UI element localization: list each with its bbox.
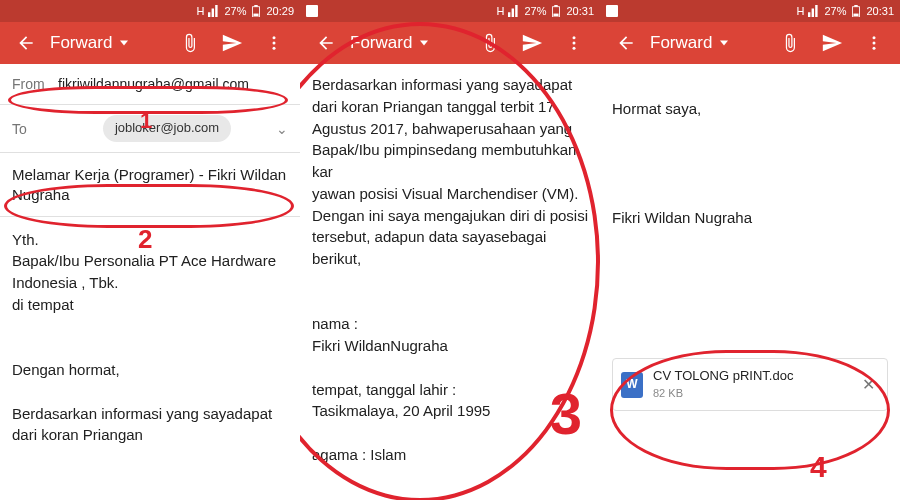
app-bar: Forward: [600, 22, 900, 64]
from-row[interactable]: From fikriwildannugraha@gmail.com: [0, 64, 300, 105]
battery-icon: [550, 5, 562, 17]
battery-text: 27%: [824, 5, 846, 17]
arrow-left-icon: [316, 33, 336, 53]
send-button[interactable]: [814, 25, 850, 61]
arrow-left-icon: [16, 33, 36, 53]
signal-icon: [508, 5, 520, 17]
doc-icon: W: [621, 372, 643, 398]
compose-content: Berdasarkan informasi yang sayadapat dar…: [300, 64, 600, 466]
status-bar: H 27% 20:29: [0, 0, 300, 22]
send-button[interactable]: [514, 25, 550, 61]
more-vert-icon: [865, 34, 883, 52]
status-bar: H 27% 20:31: [600, 0, 900, 22]
svg-rect-16: [854, 14, 859, 17]
svg-rect-9: [554, 14, 559, 17]
screen-3: H 27% 20:31 Forward Hormat saya, Fikri W…: [600, 0, 900, 500]
chevron-down-icon[interactable]: ⌄: [276, 119, 288, 139]
dropdown-icon[interactable]: [120, 39, 128, 47]
attach-button[interactable]: [172, 25, 208, 61]
svg-point-17: [873, 36, 876, 39]
to-row[interactable]: To jobloker@job.com ⌄: [0, 105, 300, 153]
svg-point-19: [873, 47, 876, 50]
signal-icon: [208, 5, 220, 17]
dropdown-icon[interactable]: [720, 39, 728, 47]
appbar-title: Forward: [50, 33, 112, 53]
battery-icon: [250, 5, 262, 17]
svg-point-4: [273, 42, 276, 45]
more-vert-icon: [265, 34, 283, 52]
appbar-title: Forward: [650, 33, 712, 53]
from-value: fikriwildannugraha@gmail.com: [58, 74, 288, 94]
clock-text: 20:31: [866, 5, 894, 17]
back-button[interactable]: [308, 25, 344, 61]
status-bar: H 27% 20:31: [300, 0, 600, 22]
image-icon: [606, 5, 618, 17]
svg-rect-1: [255, 5, 258, 7]
compose-content: Hormat saya, Fikri Wildan Nugraha W CV T…: [600, 64, 900, 411]
overflow-button[interactable]: [256, 25, 292, 61]
clock-text: 20:31: [566, 5, 594, 17]
signal-icon: [808, 5, 820, 17]
svg-rect-13: [606, 5, 618, 17]
svg-point-12: [573, 47, 576, 50]
overflow-button[interactable]: [856, 25, 892, 61]
net-icon: H: [796, 5, 804, 17]
overflow-button[interactable]: [556, 25, 592, 61]
battery-text: 27%: [524, 5, 546, 17]
app-bar: Forward: [0, 22, 300, 64]
screen-2: H 27% 20:31 Forward Berdasarkan informas…: [300, 0, 600, 500]
svg-rect-6: [306, 5, 318, 17]
remove-attachment-button[interactable]: ✕: [858, 369, 879, 400]
paperclip-icon: [780, 33, 800, 53]
send-icon: [821, 32, 843, 54]
send-icon: [521, 32, 543, 54]
from-label: From: [12, 74, 58, 94]
image-icon: [306, 5, 318, 17]
clock-text: 20:29: [266, 5, 294, 17]
subject-field[interactable]: Melamar Kerja (Programer) - Fikri Wildan…: [0, 153, 300, 217]
dropdown-icon[interactable]: [420, 39, 428, 47]
svg-point-18: [873, 42, 876, 45]
attach-button[interactable]: [472, 25, 508, 61]
attachment-size: 82 KB: [653, 386, 848, 402]
arrow-left-icon: [616, 33, 636, 53]
paperclip-icon: [480, 33, 500, 53]
svg-rect-8: [555, 5, 558, 7]
compose-content: From fikriwildannugraha@gmail.com To job…: [0, 64, 300, 446]
svg-rect-15: [855, 5, 858, 7]
send-icon: [221, 32, 243, 54]
net-icon: H: [196, 5, 204, 17]
to-chip[interactable]: jobloker@job.com: [103, 115, 231, 142]
net-icon: H: [496, 5, 504, 17]
body-text[interactable]: Hormat saya, Fikri Wildan Nugraha: [600, 64, 900, 228]
back-button[interactable]: [8, 25, 44, 61]
battery-text: 27%: [224, 5, 246, 17]
more-vert-icon: [565, 34, 583, 52]
attachment-card[interactable]: W CV TOLONG pRINT.doc 82 KB ✕: [612, 358, 888, 411]
svg-rect-2: [254, 14, 259, 17]
appbar-title: Forward: [350, 33, 412, 53]
attach-button[interactable]: [772, 25, 808, 61]
body-text[interactable]: Yth. Bapak/Ibu Personalia PT Ace Hardwar…: [0, 217, 300, 447]
battery-icon: [850, 5, 862, 17]
attachment-name: CV TOLONG pRINT.doc: [653, 367, 848, 386]
app-bar: Forward: [300, 22, 600, 64]
svg-point-5: [273, 47, 276, 50]
send-button[interactable]: [214, 25, 250, 61]
back-button[interactable]: [608, 25, 644, 61]
screen-1: H 27% 20:29 Forward From fikriwildannugr…: [0, 0, 300, 500]
paperclip-icon: [180, 33, 200, 53]
to-label: To: [12, 119, 58, 139]
svg-point-3: [273, 36, 276, 39]
svg-point-10: [573, 36, 576, 39]
svg-point-11: [573, 42, 576, 45]
body-text[interactable]: Berdasarkan informasi yang sayadapat dar…: [300, 64, 600, 466]
